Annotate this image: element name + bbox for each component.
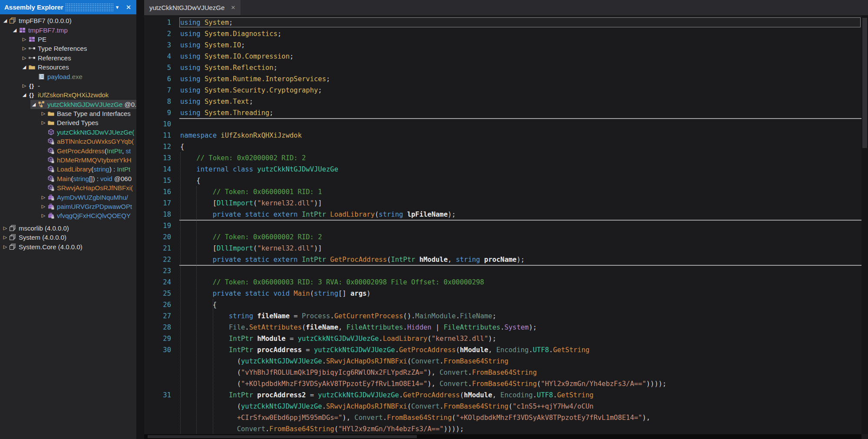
tree-item-payload-exe[interactable]: payload.exe: [0, 72, 136, 81]
code-line-18[interactable]: 18 private static extern IntPtr LoadLibr…: [144, 209, 861, 220]
horizontal-scrollbar[interactable]: [144, 434, 861, 439]
code-line-26[interactable]: 26 {: [144, 299, 861, 310]
expander-collapsed-icon[interactable]: ▷: [21, 53, 28, 63]
vertical-scrollbar-thumb[interactable]: [862, 18, 867, 148]
code-line-25[interactable]: 25 private static void Main(string[] arg…: [144, 288, 861, 299]
tree-item-namespace-dash[interactable]: ▷{}-: [0, 81, 136, 90]
expander-expanded-icon[interactable]: ◢: [21, 90, 28, 99]
expander-collapsed-icon[interactable]: ▷: [40, 211, 47, 220]
horizontal-scrollbar-thumb[interactable]: [148, 435, 417, 438]
tree-item-method-GetProcAddress[interactable]: GetProcAddress(IntPtr, st: [0, 146, 136, 155]
tree-item-base-type-and-interfaces[interactable]: ▷Base Type and Interfaces: [0, 109, 136, 118]
panel-splitter[interactable]: [136, 0, 144, 439]
tree-item-method-hDMeRrMMQVtybxerYkH[interactable]: hDMeRrMMQVtybxerYkH: [0, 155, 136, 165]
code-line-wrap[interactable]: +CIrSfxw0Ebd6ppjM595mDGs="), Convert.Fro…: [144, 412, 861, 423]
code-line-24[interactable]: 24 // Token: 0x06000003 RID: 3 RVA: 0x00…: [144, 277, 861, 288]
tree-item-label: paimURVGrzPDpwawOPt: [57, 203, 132, 210]
code-line-6[interactable]: 6using System.Runtime.InteropServices;: [144, 73, 861, 85]
code-line-15[interactable]: 15 {: [144, 175, 861, 186]
code-line-23[interactable]: 23: [144, 265, 861, 277]
code-viewport[interactable]: 1using System;2using System.Diagnostics;…: [144, 15, 861, 434]
code-line-wrap[interactable]: (yutzCkkNtGJDwVJUezGe.SRwvjAcHapOsRJfNBF…: [144, 401, 861, 412]
tree-item-tmpFBF7-tmp[interactable]: ◢tmpFBF7.tmp: [0, 25, 136, 34]
code-line-28[interactable]: 28 File.SetAttributes(fileName, FileAttr…: [144, 322, 861, 333]
tree-item-label: System.Core (4.0.0.0): [19, 243, 83, 251]
code-line-2[interactable]: 2using System.Diagnostics;: [144, 28, 861, 40]
expander-collapsed-icon[interactable]: ▷: [21, 81, 28, 90]
assembly-tree[interactable]: ◢tmpFBF7 (0.0.0.0)◢tmpFBF7.tmp▷PE▷Type R…: [0, 14, 136, 251]
expander-expanded-icon[interactable]: ◢: [30, 100, 37, 109]
tree-item-System-Core[interactable]: ▷System.Core (4.0.0.0): [0, 242, 136, 251]
expander-collapsed-icon[interactable]: ▷: [2, 242, 9, 251]
code-line-13[interactable]: 13 // Token: 0x02000002 RID: 2: [144, 152, 861, 164]
code-line-wrap[interactable]: ("+KOlpdbdkMhzFf3VDSyAkV8TPpzotEy7fRvL1m…: [144, 378, 861, 389]
tree-item-tmpFBF7[interactable]: ◢tmpFBF7 (0.0.0.0): [0, 16, 136, 25]
code-line-text: private static void Main(string[] args): [180, 288, 371, 299]
expander-collapsed-icon[interactable]: ▷: [40, 193, 47, 202]
tab-close-icon[interactable]: ✕: [231, 4, 235, 11]
tree-item-field-vfvqgQjFxHCiQlvQOEQY[interactable]: ▷vfvqgQjFxHCiQlvQOEQY: [0, 211, 136, 220]
tree-item-namespace-iUfZskonRxQHXiJzwdok[interactable]: ◢{}iUfZskonRxQHXiJzwdok: [0, 90, 136, 99]
expander-collapsed-icon[interactable]: ▷: [2, 233, 9, 242]
code-line-10[interactable]: 10: [144, 119, 861, 130]
code-line-21[interactable]: 21 [DllImport("kernel32.dll")]: [144, 243, 861, 254]
tree-item-class-yutzCkkNtGJDwVJUezGe[interactable]: ◢yutzCkkNtGJDwVJUezGe @0.: [0, 100, 136, 109]
code-line-19[interactable]: 19: [144, 220, 861, 231]
code-line-12[interactable]: 12{: [144, 141, 861, 152]
expander-collapsed-icon[interactable]: ▷: [40, 118, 47, 127]
code-line-22[interactable]: 22 private static extern IntPtr GetProcA…: [144, 254, 861, 265]
tree-item-method-SRwvjAcHapOsRJfNBFxi[interactable]: SRwvjAcHapOsRJfNBFxi(: [0, 183, 136, 192]
tree-item-type-references[interactable]: ▷Type References: [0, 44, 136, 53]
tree-item-method-Main[interactable]: Main(string[]) : void @060: [0, 174, 136, 183]
code-line-14[interactable]: 14 internal class yutzCkkNtGJDwVJUezGe: [144, 164, 861, 175]
code-line-3[interactable]: 3using System.IO;: [144, 40, 861, 51]
code-line-7[interactable]: 7using System.Security.Cryptography;: [144, 85, 861, 96]
code-line-30[interactable]: 30 IntPtr procAddress = yutzCkkNtGJDwVJU…: [144, 344, 861, 356]
tree-item-references[interactable]: ▷References: [0, 53, 136, 63]
vertical-scrollbar[interactable]: [861, 15, 868, 434]
expander-collapsed-icon[interactable]: ▷: [21, 35, 28, 44]
code-line-29[interactable]: 29 IntPtr hModule = yutzCkkNtGJDwVJUezGe…: [144, 333, 861, 344]
code-line-1[interactable]: 1using System;: [144, 17, 861, 28]
code-line-27[interactable]: 27 string fileName = Process.GetCurrentP…: [144, 310, 861, 322]
tree-item-System[interactable]: ▷System (4.0.0.0): [0, 233, 136, 242]
code-line-11[interactable]: 11namespace iUfZskonRxQHXiJzwdok: [144, 130, 861, 141]
tree-item-field-AymDvWUZgbINquMhu[interactable]: ▷AymDvWUZgbINquMhu/: [0, 192, 136, 201]
tree-item-method-LoadLibrary[interactable]: LoadLibrary(string) : IntPt: [0, 165, 136, 174]
expander-collapsed-icon[interactable]: ▷: [2, 224, 9, 233]
code-text-area[interactable]: 1using System;2using System.Diagnostics;…: [144, 15, 861, 434]
code-line-31[interactable]: 31 IntPtr procAddress2 = yutzCkkNtGJDwVJ…: [144, 389, 861, 401]
code-line-17[interactable]: 17 [DllImport("kernel32.dll")]: [144, 198, 861, 209]
tree-item-field-paimURVGrzPDpwawOPt[interactable]: ▷paimURVGrzPDpwawOPt: [0, 202, 136, 211]
assembly-explorer-header[interactable]: Assembly Explorer ▾ ✕: [0, 0, 136, 14]
code-line-text: File.SetAttributes(fileName, FileAttribu…: [180, 322, 537, 333]
code-line-20[interactable]: 20 // Token: 0x06000002 RID: 2: [144, 231, 861, 243]
code-line-wrap[interactable]: (yutzCkkNtGJDwVJUezGe.SRwvjAcHapOsRJfNBF…: [144, 356, 861, 367]
tree-item-constructor-yutzCkkNtGJDwVJUezGe[interactable]: yutzCkkNtGJDwVJUezGe(: [0, 128, 136, 137]
code-line-8[interactable]: 8using System.Text;: [144, 96, 861, 107]
code-line-5[interactable]: 5using System.Reflection;: [144, 62, 861, 73]
tree-item-pe[interactable]: ▷PE: [0, 35, 136, 44]
code-line-wrap[interactable]: ("vYhBhJfROLULmQk1P9jbiqyIcg6RWlONx2FLYp…: [144, 367, 861, 378]
tree-item-method-aBTlNnlczOuWxksGYYqb[interactable]: aBTlNnlczOuWxksGYYqb(: [0, 137, 136, 146]
code-line-wrap[interactable]: Convert.FromBase64String("HYl2x9zmGn/Yh4…: [144, 423, 861, 434]
expander-expanded-icon[interactable]: ◢: [11, 26, 18, 35]
line-number: 13: [144, 152, 171, 164]
expander-collapsed-icon[interactable]: ▷: [40, 202, 47, 211]
assembly-gold-icon: [9, 17, 17, 24]
tree-item-derived-types[interactable]: ▷Derived Types: [0, 118, 136, 127]
code-line-16[interactable]: 16 // Token: 0x06000001 RID: 1: [144, 186, 861, 198]
close-panel-icon[interactable]: ✕: [124, 0, 133, 14]
code-line-text: {: [180, 175, 201, 186]
code-line-9[interactable]: 9using System.Threading;: [144, 107, 861, 119]
expander-collapsed-icon[interactable]: ▷: [40, 109, 47, 118]
code-line-4[interactable]: 4using System.IO.Compression;: [144, 51, 861, 62]
expander-collapsed-icon[interactable]: ▷: [21, 44, 28, 53]
tree-item-mscorlib[interactable]: ▷mscorlib (4.0.0.0): [0, 224, 136, 233]
tree-item-label: yutzCkkNtGJDwVJUezGe(: [57, 129, 134, 136]
tab-yutzCkkNtGJDwVJUezGe[interactable]: yutzCkkNtGJDwVJUezGe ✕: [144, 0, 241, 15]
expander-expanded-icon[interactable]: ◢: [21, 63, 28, 72]
tree-item-resources[interactable]: ◢Resources: [0, 63, 136, 72]
chevron-down-icon[interactable]: ▾: [113, 0, 122, 14]
expander-expanded-icon[interactable]: ◢: [2, 16, 9, 25]
